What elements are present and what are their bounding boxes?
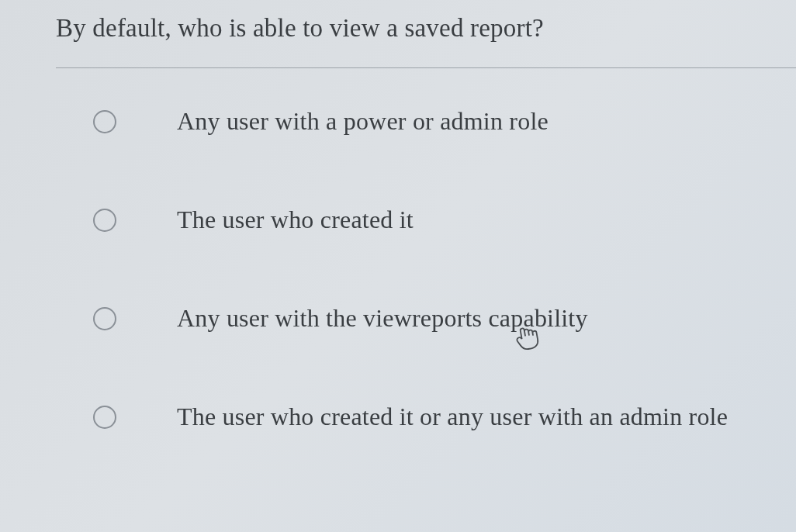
- option-row[interactable]: The user who created it: [93, 206, 796, 234]
- question-title: By default, who is able to view a saved …: [56, 14, 796, 43]
- option-row[interactable]: Any user with a power or admin role: [93, 107, 796, 136]
- divider: [56, 67, 796, 68]
- radio-icon[interactable]: [93, 209, 116, 232]
- option-row[interactable]: The user who created it or any user with…: [93, 402, 796, 431]
- radio-icon[interactable]: [93, 406, 116, 429]
- option-label[interactable]: The user who created it or any user with…: [177, 402, 728, 431]
- option-row[interactable]: Any user with the viewreports capability: [93, 304, 796, 333]
- radio-icon[interactable]: [93, 307, 116, 330]
- options-container: Any user with a power or admin role The …: [56, 107, 796, 431]
- option-label[interactable]: Any user with the viewreports capability: [177, 304, 588, 333]
- option-label[interactable]: Any user with a power or admin role: [177, 107, 549, 136]
- option-label[interactable]: The user who created it: [177, 206, 414, 234]
- radio-icon[interactable]: [93, 110, 116, 133]
